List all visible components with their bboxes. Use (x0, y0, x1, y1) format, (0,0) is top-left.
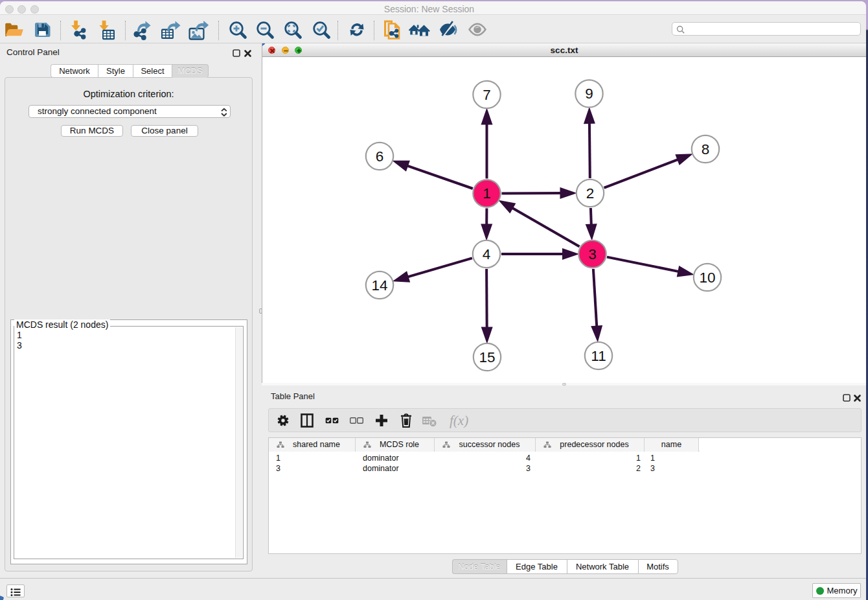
svg-text:9: 9 (585, 86, 593, 102)
svg-text:10: 10 (699, 270, 715, 286)
svg-text:11: 11 (591, 348, 606, 364)
svg-text:1: 1 (483, 185, 491, 202)
svg-text:6: 6 (376, 148, 384, 165)
svg-text:f(x): f(x) (450, 413, 468, 428)
svg-text:15: 15 (479, 349, 495, 365)
svg-text:7: 7 (483, 87, 491, 103)
svg-text:3: 3 (588, 246, 597, 262)
svg-text:4: 4 (483, 246, 491, 262)
svg-text:14: 14 (371, 277, 387, 294)
svg-text:8: 8 (702, 141, 710, 157)
svg-text:2: 2 (586, 185, 595, 202)
